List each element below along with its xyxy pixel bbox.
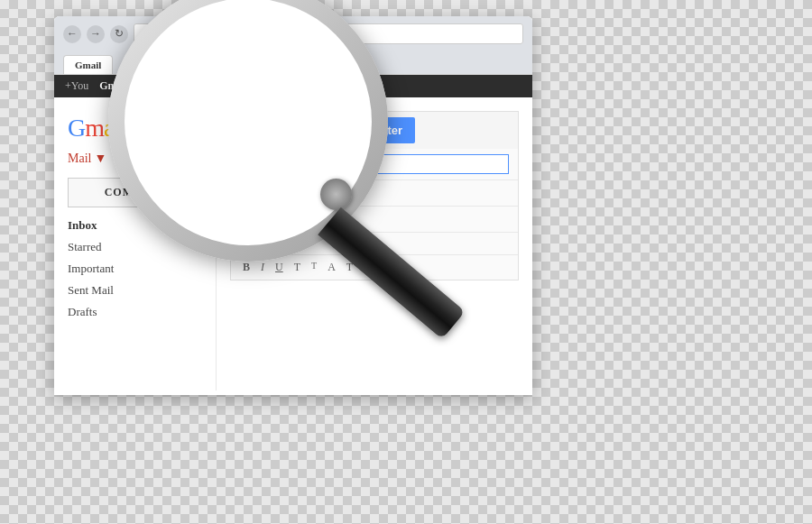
- google-bar-gmail[interactable]: Gmail: [99, 79, 128, 93]
- gmail-logo: Gmail: [68, 114, 202, 142]
- attach-link[interactable]: Attach a file: [231, 233, 518, 254]
- browser-window: ← → ↻ 🔒 https://mail Gmail +You Gmail Ca…: [54, 16, 532, 395]
- mail-menu[interactable]: Mail ▼: [54, 147, 216, 170]
- logo-m: m: [85, 114, 104, 142]
- to-label: To: [240, 157, 285, 171]
- format-a[interactable]: A: [325, 259, 338, 276]
- sidebar-item-drafts[interactable]: Drafts: [54, 301, 216, 323]
- tab-bar: Gmail: [54, 51, 532, 74]
- gmail-sidebar: Gmail Mail ▼ COMPOSE Inbox Starred Impor…: [54, 97, 217, 391]
- logo-l: l: [120, 114, 126, 142]
- sidebar-item-sent[interactable]: Sent Mail: [54, 280, 216, 301]
- sidebar-nav: Inbox Starred Important Sent Mail Drafts: [54, 215, 216, 323]
- format-underline[interactable]: U: [272, 259, 286, 276]
- to-input[interactable]: [285, 154, 509, 174]
- back-button[interactable]: ←: [63, 25, 81, 43]
- to-field-row: To: [231, 149, 518, 180]
- mail-label: Mail: [68, 152, 91, 166]
- format-t1[interactable]: T: [291, 259, 303, 276]
- compose-form: Send Now Send Later To Add Cc Subject At…: [230, 111, 519, 280]
- google-bar-drive[interactable]: D...: [189, 79, 206, 93]
- gmail-main: Send Now Send Later To Add Cc Subject At…: [217, 97, 532, 391]
- compose-button[interactable]: COMPOSE: [68, 178, 202, 207]
- format-italic[interactable]: I: [258, 259, 267, 276]
- browser-nav: ← → ↻ 🔒 https://mail: [54, 16, 532, 51]
- forward-button[interactable]: →: [87, 25, 105, 43]
- sidebar-item-inbox[interactable]: Inbox: [54, 215, 216, 236]
- send-later-button[interactable]: Send Later: [329, 117, 415, 143]
- browser-tab[interactable]: Gmail: [63, 55, 113, 74]
- lock-icon: 🔒: [142, 28, 154, 40]
- sidebar-item-important[interactable]: Important: [54, 258, 216, 280]
- google-bar-calendar[interactable]: Calendar: [139, 79, 178, 93]
- browser-chrome: ← → ↻ 🔒 https://mail Gmail: [54, 16, 532, 75]
- mail-dropdown-icon: ▼: [94, 152, 106, 166]
- format-t3[interactable]: T: [344, 259, 355, 276]
- add-cc-link[interactable]: Add Cc: [240, 186, 276, 200]
- send-now-button[interactable]: Send Now: [240, 117, 322, 143]
- add-cc-row: Add Cc: [231, 180, 518, 207]
- google-bar-you[interactable]: +You: [65, 79, 88, 93]
- format-bold[interactable]: B: [240, 259, 253, 276]
- logo-a: a: [104, 114, 114, 142]
- address-text: https://mail: [158, 27, 208, 41]
- compose-header-buttons: Send Now Send Later: [231, 112, 518, 149]
- subject-label: Subject: [240, 212, 275, 226]
- gmail-logo-area: Gmail: [54, 106, 216, 147]
- formatting-bar: B I U T T A T: [231, 254, 518, 280]
- gmail-content: Gmail Mail ▼ COMPOSE Inbox Starred Impor…: [54, 97, 532, 391]
- logo-g: G: [68, 114, 85, 142]
- sidebar-item-starred[interactable]: Starred: [54, 236, 216, 258]
- address-bar[interactable]: 🔒 https://mail: [134, 23, 523, 44]
- google-bar: +You Gmail Calendar D...: [54, 75, 532, 97]
- refresh-button[interactable]: ↻: [110, 25, 128, 43]
- subject-row: Subject: [231, 207, 518, 233]
- format-t2[interactable]: T: [309, 259, 319, 276]
